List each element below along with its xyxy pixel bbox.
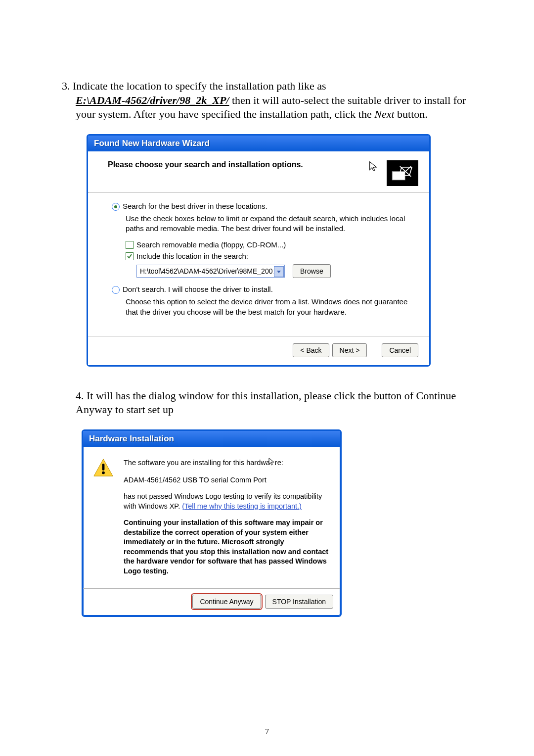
opt2-description: Choose this option to select the device … <box>126 297 414 317</box>
step3-instruction: 3. Indicate the location to specify the … <box>62 79 472 122</box>
hwi-title: Hardware Installation <box>89 434 174 443</box>
step4-instruction: 4. It will has the dialog window for thi… <box>62 389 472 417</box>
found-new-hardware-wizard-dialog: Found New Hardware Wizard Please choose … <box>87 134 431 367</box>
step3-path: E:\ADAM-4562/driver/98_2k_XP/ <box>76 94 229 106</box>
hardware-installation-dialog: Hardware Installation The software you a… <box>82 429 342 617</box>
dropdown-button[interactable] <box>274 266 284 277</box>
browse-button[interactable]: Browse <box>293 264 331 278</box>
opt1-description: Use the check boxes below to limit or ex… <box>126 214 414 234</box>
opt2-label: Don't search. I will choose the driver t… <box>123 285 273 293</box>
checkbox-unchecked-icon[interactable] <box>126 241 134 249</box>
checkbox-include-location[interactable]: Include this location in the search: <box>126 252 414 260</box>
svg-point-2 <box>102 472 105 474</box>
step3-next-word: Next <box>374 108 394 120</box>
chk1-label: Search removable media (floppy, CD-ROM..… <box>136 240 286 249</box>
step3-suffix: button. <box>395 108 428 120</box>
cancel-button[interactable]: Cancel <box>382 343 418 357</box>
back-button[interactable]: < Back <box>293 343 329 357</box>
location-path-input[interactable] <box>136 265 285 278</box>
step3-prefix: 3. Indicate the location to specify the … <box>62 80 326 92</box>
cursor-icon <box>268 458 275 469</box>
page-number: 7 <box>0 727 534 736</box>
hwi-logo-testing: has not passed Windows Logo testing to v… <box>124 492 330 511</box>
stop-installation-button[interactable]: STOP Installation <box>265 595 333 609</box>
checkbox-checked-icon[interactable] <box>126 252 134 260</box>
logo-testing-link[interactable]: (Tell me why this testing is important.) <box>182 502 302 510</box>
checkbox-removable-media[interactable]: Search removable media (floppy, CD-ROM..… <box>126 240 414 249</box>
radio-unchecked-icon[interactable] <box>112 286 120 294</box>
option-dont-search[interactable]: Don't search. I will choose the driver t… <box>112 285 414 294</box>
radio-checked-icon[interactable] <box>112 203 120 211</box>
hwi-warning-bold: Continuing your installation of this sof… <box>124 518 330 576</box>
hwi-titlebar: Hardware Installation <box>83 431 340 447</box>
cursor-icon <box>368 160 379 174</box>
wizard-titlebar: Found New Hardware Wizard <box>88 136 429 151</box>
hwi-intro: The software you are installing for this… <box>124 458 330 469</box>
continue-anyway-button[interactable]: Continue Anyway <box>192 595 261 609</box>
wizard-badge-icon <box>387 160 418 186</box>
hwi-device-name: ADAM-4561/4562 USB TO serial Comm Port <box>124 475 330 485</box>
warning-icon <box>93 458 114 477</box>
svg-rect-1 <box>102 464 105 470</box>
next-button[interactable]: Next > <box>332 343 367 357</box>
opt1-label: Search for the best driver in these loca… <box>123 202 267 210</box>
wizard-title: Found New Hardware Wizard <box>94 139 210 148</box>
step4-text: 4. It will has the dialog window for thi… <box>62 389 472 417</box>
wizard-heading: Please choose your search and installati… <box>108 160 360 169</box>
chk2-label: Include this location in the search: <box>136 252 248 260</box>
option-search-best[interactable]: Search for the best driver in these loca… <box>112 202 414 211</box>
